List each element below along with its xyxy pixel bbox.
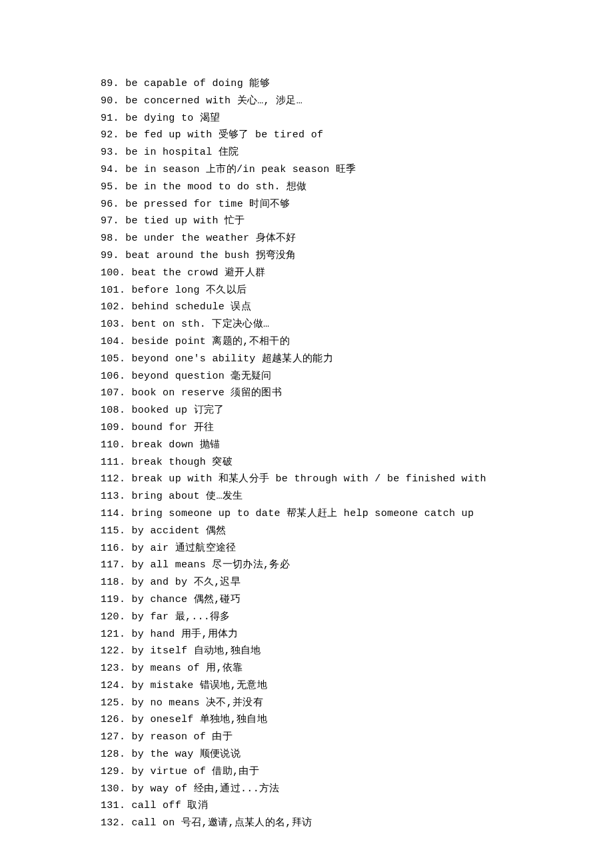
entry-number: 117. bbox=[101, 559, 125, 571]
entry-number: 121. bbox=[101, 629, 125, 640]
list-item: 127. by reason of 由于 bbox=[101, 729, 513, 746]
entry-text: by mistake 错误地,无意地 bbox=[125, 680, 267, 691]
list-item: 102. behind schedule 误点 bbox=[101, 299, 513, 316]
list-item: 108. booked up 订完了 bbox=[101, 402, 513, 419]
entry-number: 125. bbox=[101, 697, 125, 709]
entry-text: book on reserve 须留的图书 bbox=[125, 387, 282, 399]
entry-number: 95. bbox=[101, 181, 119, 193]
list-item: 129. by virtue of 借助,由于 bbox=[101, 763, 513, 781]
list-item: 126. by oneself 单独地,独自地 bbox=[101, 711, 513, 729]
entry-text: call off 取消 bbox=[125, 800, 208, 811]
list-item: 93. be in hospital 住院 bbox=[101, 144, 513, 161]
entry-number: 93. bbox=[101, 147, 119, 158]
entry-number: 97. bbox=[101, 215, 119, 227]
entry-text: break up with 和某人分手 be through with / be… bbox=[125, 473, 486, 485]
entry-text: be tied up with 忙于 bbox=[119, 215, 245, 227]
entry-text: by means of 用,依靠 bbox=[125, 663, 243, 674]
entry-number: 127. bbox=[101, 731, 125, 743]
document-page: 89. be capable of doing 能够90. be concern… bbox=[0, 0, 513, 832]
entry-number: 109. bbox=[101, 422, 125, 433]
entry-number: 90. bbox=[101, 95, 119, 107]
entry-number: 119. bbox=[101, 594, 125, 605]
list-item: 101. before long 不久以后 bbox=[101, 282, 513, 299]
entry-number: 116. bbox=[101, 543, 125, 554]
list-item: 94. be in season 上市的/in peak season 旺季 bbox=[101, 161, 513, 179]
entry-number: 130. bbox=[101, 783, 125, 795]
entry-text: by far 最,...得多 bbox=[125, 611, 231, 623]
list-item: 130. by way of 经由,通过...方法 bbox=[101, 781, 513, 798]
entry-text: by and by 不久,迟早 bbox=[125, 577, 241, 588]
list-item: 90. be concerned with 关心…, 涉足… bbox=[101, 93, 513, 110]
list-item: 121. by hand 用手,用体力 bbox=[101, 626, 513, 643]
list-item: 118. by and by 不久,迟早 bbox=[101, 574, 513, 591]
entry-text: be under the weather 身体不好 bbox=[119, 233, 297, 244]
entry-text: by hand 用手,用体力 bbox=[125, 629, 239, 640]
entry-number: 126. bbox=[101, 714, 125, 725]
list-item: 104. beside point 离题的,不相干的 bbox=[101, 333, 513, 351]
entry-text: break though 突破 bbox=[125, 457, 233, 468]
entry-text: beyond question 毫无疑问 bbox=[125, 371, 271, 382]
list-item: 92. be fed up with 受够了 be tired of bbox=[101, 127, 513, 144]
list-item: 97. be tied up with 忙于 bbox=[101, 213, 513, 230]
entry-number: 91. bbox=[101, 113, 119, 124]
list-item: 125. by no means 决不,并没有 bbox=[101, 695, 513, 712]
entry-number: 108. bbox=[101, 405, 125, 416]
entry-text: by no means 决不,并没有 bbox=[125, 697, 263, 709]
entry-text: be concerned with 关心…, 涉足… bbox=[119, 95, 303, 107]
entry-number: 98. bbox=[101, 233, 119, 244]
list-item: 124. by mistake 错误地,无意地 bbox=[101, 677, 513, 695]
entry-text: by way of 经由,通过...方法 bbox=[125, 783, 279, 795]
list-item: 112. break up with 和某人分手 be through with… bbox=[101, 471, 513, 488]
entry-text: bound for 开往 bbox=[125, 422, 214, 433]
entry-number: 103. bbox=[101, 319, 125, 330]
list-item: 109. bound for 开往 bbox=[101, 419, 513, 437]
entry-text: bring someone up to date 帮某人赶上 help some… bbox=[125, 508, 474, 519]
list-item: 110. break down 抛锚 bbox=[101, 437, 513, 454]
list-item: 122. by itself 自动地,独自地 bbox=[101, 643, 513, 660]
entry-number: 115. bbox=[101, 525, 125, 537]
entry-number: 123. bbox=[101, 663, 125, 674]
entry-text: by all means 尽一切办法,务必 bbox=[125, 559, 290, 571]
list-item: 98. be under the weather 身体不好 bbox=[101, 230, 513, 247]
entry-text: by itself 自动地,独自地 bbox=[125, 645, 261, 657]
list-item: 131. call off 取消 bbox=[101, 797, 513, 815]
entry-number: 112. bbox=[101, 473, 125, 485]
list-item: 91. be dying to 渴望 bbox=[101, 110, 513, 127]
entry-text: call on 号召,邀请,点某人的名,拜访 bbox=[125, 817, 312, 829]
entry-text: by the way 顺便说说 bbox=[125, 749, 241, 760]
entry-number: 129. bbox=[101, 766, 125, 777]
entry-number: 118. bbox=[101, 577, 125, 588]
entry-number: 92. bbox=[101, 129, 119, 141]
entry-number: 114. bbox=[101, 508, 125, 519]
vocabulary-list: 89. be capable of doing 能够90. be concern… bbox=[101, 75, 513, 832]
entry-text: by virtue of 借助,由于 bbox=[125, 766, 259, 777]
entry-number: 99. bbox=[101, 250, 119, 261]
list-item: 114. bring someone up to date 帮某人赶上 help… bbox=[101, 505, 513, 523]
list-item: 116. by air 通过航空途径 bbox=[101, 540, 513, 557]
list-item: 123. by means of 用,依靠 bbox=[101, 660, 513, 677]
list-item: 106. beyond question 毫无疑问 bbox=[101, 368, 513, 385]
list-item: 105. beyond one's ability 超越某人的能力 bbox=[101, 351, 513, 368]
entry-text: by reason of 由于 bbox=[125, 731, 233, 743]
list-item: 119. by chance 偶然,碰巧 bbox=[101, 591, 513, 609]
entry-number: 107. bbox=[101, 387, 125, 399]
entry-text: booked up 订完了 bbox=[125, 405, 224, 416]
entry-text: break down 抛锚 bbox=[125, 439, 220, 451]
list-item: 99. beat around the bush 拐弯没角 bbox=[101, 247, 513, 265]
entry-number: 89. bbox=[101, 78, 119, 89]
entry-text: beat the crowd 避开人群 bbox=[125, 267, 265, 279]
entry-text: be fed up with 受够了 be tired of bbox=[119, 129, 323, 141]
list-item: 132. call on 号召,邀请,点某人的名,拜访 bbox=[101, 815, 513, 832]
entry-text: be capable of doing 能够 bbox=[119, 78, 270, 89]
entry-text: beside point 离题的,不相干的 bbox=[125, 336, 290, 347]
list-item: 115. by accident 偶然 bbox=[101, 523, 513, 540]
entry-number: 102. bbox=[101, 301, 125, 313]
entry-text: be in the mood to do sth. 想做 bbox=[119, 181, 307, 193]
entry-text: beat around the bush 拐弯没角 bbox=[119, 250, 297, 261]
entry-text: bring about 使…发生 bbox=[125, 491, 243, 502]
list-item: 128. by the way 顺便说说 bbox=[101, 746, 513, 763]
entry-number: 96. bbox=[101, 199, 119, 210]
entry-text: by air 通过航空途径 bbox=[125, 543, 236, 554]
list-item: 107. book on reserve 须留的图书 bbox=[101, 385, 513, 402]
entry-number: 106. bbox=[101, 371, 125, 382]
